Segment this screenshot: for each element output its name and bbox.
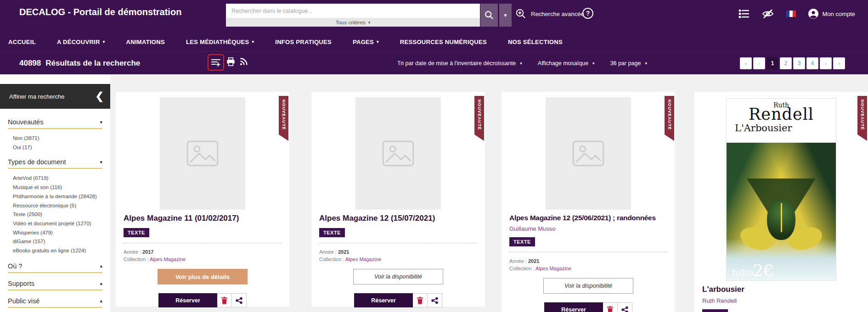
reserve-button[interactable]: Réserver	[354, 293, 413, 307]
nav-accueil[interactable]: ACCUEIL	[8, 39, 36, 45]
facet-value[interactable]: Texte (2500)	[8, 210, 102, 219]
chevron-up-icon: ▴	[100, 280, 102, 286]
cover-placeholder[interactable]	[355, 97, 441, 210]
facet-value[interactable]: Oui (17)	[8, 143, 102, 152]
facet-underline	[8, 168, 102, 169]
search-button[interactable]	[480, 4, 498, 27]
share-button[interactable]	[618, 302, 632, 312]
top-header: DECALOG - Portail de démonstration Tous …	[0, 0, 868, 32]
search-options-button[interactable]: ▼	[499, 4, 512, 27]
facet-value[interactable]: Vidéo et document projeté (1270)	[8, 219, 102, 228]
facet-value[interactable]: diGame (157)	[8, 237, 102, 246]
book-cover[interactable]: Ruth Rendell L'Arbousier folio 2€	[726, 98, 836, 281]
chevron-down-icon: ▾	[100, 159, 102, 165]
pagination-first-button[interactable]: «	[740, 57, 752, 69]
result-title[interactable]: Alpes Magazine 11 (01/02/2017)	[124, 214, 282, 223]
pagination-prev-button[interactable]: ‹	[753, 57, 765, 69]
nav-animations[interactable]: ANIMATIONS	[126, 39, 165, 45]
facet-public-toggle[interactable]: Public visé ▴	[8, 297, 102, 305]
results-grid: NOUVEAUTÉ Alpes Magazine 11 (01/02/2017)…	[110, 74, 868, 312]
facet-value[interactable]: Whisperies (479)	[8, 228, 102, 238]
sort-order-dropdown[interactable]: Tri par date de mise à l'inventaire décr…	[397, 60, 522, 67]
display-mode-dropdown[interactable]: Affichage mosaïque ▾	[538, 60, 595, 67]
nav-a-decouvrir[interactable]: A DÉCOUVRIR ▾	[57, 39, 105, 45]
separator	[124, 243, 282, 243]
cover-placeholder[interactable]	[546, 97, 631, 210]
rss-button[interactable]	[239, 57, 248, 67]
account-button[interactable]: Mon compte	[808, 8, 855, 19]
facet-value[interactable]: ArteVod (6719)	[8, 174, 102, 183]
collection-label: Collection :	[509, 266, 534, 271]
help-icon: ?	[586, 10, 590, 17]
add-to-list-button[interactable]	[208, 54, 224, 71]
chevron-up-icon: ▴	[100, 298, 102, 304]
result-author[interactable]: Ruth Rendell	[702, 297, 860, 304]
collection-label: Collection :	[124, 256, 148, 262]
help-button[interactable]: ?	[582, 8, 593, 19]
per-page-dropdown[interactable]: 36 par page ▾	[610, 60, 647, 67]
result-title[interactable]: Alpes Magazine 12 (15/07/2021)	[319, 214, 477, 223]
facet-supports-toggle[interactable]: Supports ▴	[8, 280, 102, 287]
reserve-button[interactable]: Réserver	[544, 302, 603, 312]
facet-values: Non (3871) Oui (17)	[8, 134, 102, 152]
advanced-search-link[interactable]: Recherche avancée	[515, 8, 584, 19]
chevron-down-icon: ▾	[377, 39, 379, 44]
availability-button[interactable]: Voir la disponibilité	[543, 278, 633, 294]
facet-ou-toggle[interactable]: Où ? ▴	[8, 262, 102, 270]
print-button[interactable]	[226, 57, 236, 68]
share-button[interactable]	[428, 293, 442, 307]
pagination-page-3[interactable]: 3	[793, 57, 805, 69]
facet-nouveautes: Nouveautés ▾ Non (3871) Oui (17)	[8, 118, 102, 152]
facet-nouveautes-toggle[interactable]: Nouveautés ▾	[8, 118, 102, 126]
result-card: NOUVEAUTÉ Alpes Magazine 12 (15/07/2021)…	[311, 92, 485, 306]
share-button[interactable]	[232, 293, 247, 307]
user-avatar-icon	[808, 8, 819, 19]
result-author[interactable]: Guillaume Musso	[509, 225, 667, 232]
cover-art-shape	[767, 198, 795, 240]
result-title[interactable]: L'arbousier	[702, 285, 860, 294]
nav-nos-selections[interactable]: NOS SÉLECTIONS	[508, 39, 563, 45]
reserve-button[interactable]: Réserver	[158, 293, 217, 307]
nav-label: PAGES	[353, 39, 374, 45]
facet-types-toggle[interactable]: Types de document ▾	[8, 158, 102, 166]
collection-value[interactable]: Alpes Magazine	[150, 256, 186, 262]
nav-infos-pratiques[interactable]: INFOS PRATIQUES	[275, 39, 332, 45]
nav-pages[interactable]: PAGES ▾	[353, 39, 379, 45]
year-value: 2017	[142, 249, 153, 255]
collection-value[interactable]: Alpes Magazine	[345, 256, 381, 262]
facet-value[interactable]: eBooks gratuits en ligne (1224)	[8, 246, 102, 256]
nav-ressources-numeriques[interactable]: RESSOURCES NUMÉRIQUES	[400, 39, 487, 45]
search-input[interactable]	[226, 4, 480, 18]
pagination-page-4[interactable]: 4	[806, 57, 818, 69]
pagination-page-1[interactable]: 1	[767, 57, 778, 69]
search-widget: Tous critères ▾	[226, 4, 480, 27]
facet-value[interactable]: Non (3871)	[8, 134, 102, 143]
refine-search-header[interactable]: Affiner ma recherche ❮	[0, 84, 110, 109]
french-flag-icon[interactable]	[786, 11, 796, 17]
list-menu-icon[interactable]	[738, 9, 750, 19]
delete-button[interactable]	[217, 293, 232, 307]
details-button[interactable]: Voir plus de détails	[158, 269, 248, 284]
eye-slash-icon[interactable]	[761, 8, 774, 19]
pagination-page-2[interactable]: 2	[780, 57, 792, 69]
pagination-next-button[interactable]: ›	[820, 57, 832, 69]
result-card: NOUVEAUTÉ Alpes Magazine 12 (25/06/2021)…	[502, 92, 675, 312]
facet-value[interactable]: Philharmonie à la demande (28428)	[8, 192, 102, 201]
result-metadata: Année : 2021 Collection : Alpes Magazine	[509, 258, 667, 272]
search-criteria-dropdown[interactable]: Tous critères ▾	[226, 18, 480, 27]
pagination-last-button[interactable]: »	[833, 57, 845, 69]
cover-placeholder[interactable]	[160, 97, 245, 210]
year-label: Année :	[509, 258, 527, 264]
delete-button[interactable]	[603, 302, 618, 312]
facet-value[interactable]: Musique et son (116)	[8, 183, 102, 192]
results-sort-controls: Tri par date de mise à l'inventaire décr…	[397, 52, 647, 75]
availability-button[interactable]: Voir la disponibilité	[353, 269, 443, 284]
delete-button[interactable]	[413, 293, 428, 307]
cover-title: L'Arbousier	[727, 123, 836, 134]
facet-value[interactable]: Ressource électronique (5)	[8, 201, 102, 211]
result-title[interactable]: Alpes Magazine 12 (25/06/2021) ; randonn…	[509, 214, 667, 222]
nav-les-mediatheques[interactable]: LES MÉDIATHÈQUES ▾	[186, 39, 254, 45]
collection-value[interactable]: Alpes Magazine	[535, 266, 571, 271]
folio-logo: folio	[732, 267, 754, 278]
cover-text-band: Ruth Rendell L'Arbousier	[727, 99, 836, 143]
